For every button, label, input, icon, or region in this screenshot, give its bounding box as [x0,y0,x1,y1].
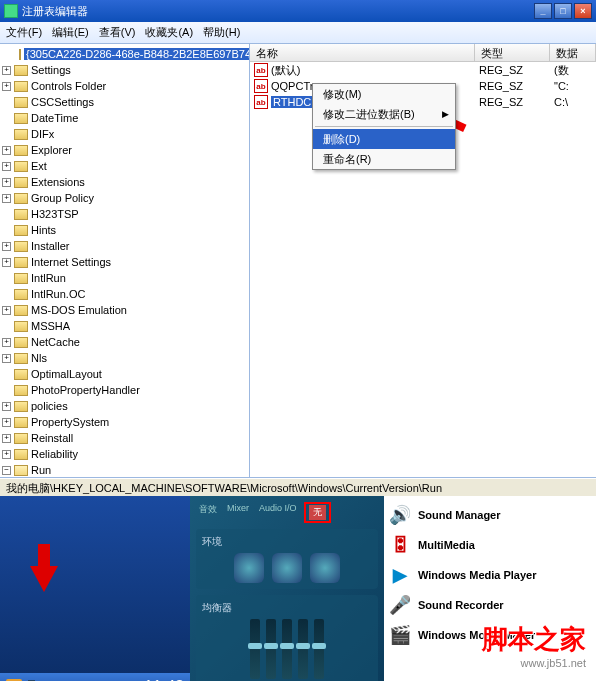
expand-icon[interactable]: + [2,402,11,411]
tree-node[interactable]: {305CA226-D286-468e-B848-2B2E8E697B74} [2,46,247,62]
tree-node[interactable]: +Ext [2,158,247,174]
expand-icon[interactable]: + [2,258,11,267]
col-type[interactable]: 类型 [475,44,550,61]
tree-node[interactable]: Hints [2,222,247,238]
eq-slider[interactable] [266,619,276,679]
tree-node[interactable]: +MS-DOS Emulation [2,302,247,318]
expand-icon[interactable] [2,370,11,379]
tree-node[interactable]: +Nls [2,350,247,366]
expand-icon[interactable]: + [2,178,11,187]
list-item[interactable]: 🔊Sound Manager [388,500,592,530]
tree-node[interactable]: +Group Policy [2,190,247,206]
folder-icon [14,321,28,332]
tree-node[interactable]: PhotoPropertyHandler [2,382,247,398]
expand-icon[interactable]: + [2,306,11,315]
menu-rename[interactable]: 重命名(R) [313,149,455,169]
menu-file[interactable]: 文件(F) [6,25,42,40]
expand-icon[interactable] [2,322,11,331]
bottom-composite: 11:43 音效 Mixer Audio I/O 无 环境 均衡器 🔊Sound… [0,496,596,681]
tree-node[interactable]: CSCSettings [2,94,247,110]
tab[interactable]: 音效 [196,502,220,523]
list-item[interactable]: 🎛MultiMedia [388,530,592,560]
list-item[interactable]: ▶Windows Media Player [388,560,592,590]
eq-title: 均衡器 [202,601,372,615]
tree-node[interactable]: +Internet Settings [2,254,247,270]
menu-help[interactable]: 帮助(H) [203,25,240,40]
menu-modify-binary[interactable]: 修改二进位数据(B)▶ [313,104,455,124]
expand-icon[interactable]: + [2,146,11,155]
expand-icon[interactable]: + [2,354,11,363]
tree-node[interactable]: −Run [2,462,247,477]
menu-delete[interactable]: 删除(D) [313,129,455,149]
folder-icon [14,193,28,204]
eq-slider[interactable] [298,619,308,679]
folder-icon [14,337,28,348]
minimize-button[interactable]: _ [534,3,552,19]
folder-icon [14,385,28,396]
menu-modify[interactable]: 修改(M) [313,84,455,104]
expand-icon[interactable] [2,210,11,219]
list-panel: 名称 类型 数据 ab(默认)REG_SZ(数abQQPCTrayREG_SZ"… [250,44,596,477]
tree-node[interactable]: +Installer [2,238,247,254]
preset-icon[interactable] [234,553,264,583]
expand-icon[interactable]: + [2,194,11,203]
list-item[interactable]: 🎤Sound Recorder [388,590,592,620]
expand-icon[interactable]: + [2,338,11,347]
eq-slider[interactable] [314,619,324,679]
expand-icon[interactable] [2,130,11,139]
menu-fav[interactable]: 收藏夹(A) [145,25,193,40]
tree-node[interactable]: DIFx [2,126,247,142]
tree-node[interactable]: +Settings [2,62,247,78]
expand-icon[interactable] [2,98,11,107]
expand-icon[interactable]: + [2,242,11,251]
expand-icon[interactable]: + [2,418,11,427]
tree-node[interactable]: MSSHA [2,318,247,334]
tab[interactable]: Mixer [224,502,252,523]
maximize-button[interactable]: □ [554,3,572,19]
tree-node[interactable]: IntlRun.OC [2,286,247,302]
tree-node[interactable]: H323TSP [2,206,247,222]
mic-icon: 🎤 [388,593,412,617]
tree-node[interactable]: +PropertySystem [2,414,247,430]
menu-separator [315,126,453,127]
list-item[interactable]: 🎬Windows Movie Maker [388,620,592,650]
folder-icon [14,97,28,108]
expand-icon[interactable]: + [2,434,11,443]
tree-panel[interactable]: {305CA226-D286-468e-B848-2B2E8E697B74}+S… [0,44,250,477]
expand-icon[interactable]: + [2,162,11,171]
expand-icon[interactable] [2,226,11,235]
tree-node[interactable]: +Controls Folder [2,78,247,94]
expand-icon[interactable]: − [2,466,11,475]
eq-slider[interactable] [250,619,260,679]
tree-node[interactable]: +NetCache [2,334,247,350]
tree-node[interactable]: +Extensions [2,174,247,190]
menu-edit[interactable]: 编辑(E) [52,25,89,40]
folder-icon [14,273,28,284]
menu-view[interactable]: 查看(V) [99,25,136,40]
tree-node[interactable]: +policies [2,398,247,414]
tree-node[interactable]: DateTime [2,110,247,126]
expand-icon[interactable]: + [2,82,11,91]
tab[interactable]: Audio I/O [256,502,300,523]
folder-icon [14,369,28,380]
expand-icon[interactable]: + [2,66,11,75]
film-icon: 🎬 [388,623,412,647]
close-button[interactable]: × [574,3,592,19]
eq-slider[interactable] [282,619,292,679]
tree-node[interactable]: +Reliability [2,446,247,462]
tree-node[interactable]: +Explorer [2,142,247,158]
expand-icon[interactable] [2,290,11,299]
tree-node[interactable]: OptimalLayout [2,366,247,382]
expand-icon[interactable]: + [2,450,11,459]
col-data[interactable]: 数据 [550,44,596,61]
preset-icon[interactable] [310,553,340,583]
expand-icon[interactable] [2,114,11,123]
list-row[interactable]: ab(默认)REG_SZ(数 [250,62,596,78]
tree-node[interactable]: +Reinstall [2,430,247,446]
folder-icon [14,465,28,476]
col-name[interactable]: 名称 [250,44,475,61]
expand-icon[interactable] [2,274,11,283]
expand-icon[interactable] [2,386,11,395]
preset-icon[interactable] [272,553,302,583]
tree-node[interactable]: IntlRun [2,270,247,286]
